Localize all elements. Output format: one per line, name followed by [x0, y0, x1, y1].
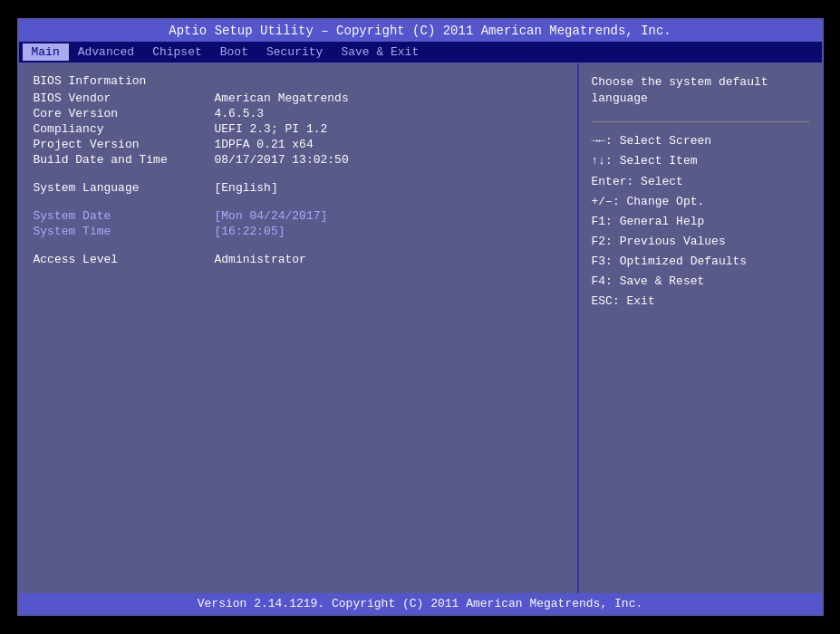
- gap-3: [34, 240, 563, 253]
- system-time-label: System Time: [34, 225, 215, 238]
- nav-hint-6: F3: Optimized Defaults: [592, 252, 809, 272]
- build-date-label: Build Date and Time: [34, 153, 215, 167]
- nav-hint-7: F4: Save & Reset: [592, 272, 809, 292]
- compliancy-value: UEFI 2.3; PI 1.2: [215, 122, 328, 136]
- menu-item-boot[interactable]: Boot: [211, 43, 257, 61]
- footer-text: Version 2.14.1219. Copyright (C) 2011 Am…: [198, 597, 642, 610]
- main-area: BIOS Information BIOS Vendor American Me…: [19, 63, 822, 593]
- core-version-row: Core Version 4.6.5.3: [34, 107, 563, 120]
- title-text: Aptio Setup Utility – Copyright (C) 2011…: [169, 24, 671, 38]
- compliancy-label: Compliancy: [34, 122, 215, 136]
- nav-hint-3: +/–: Change Opt.: [592, 192, 809, 212]
- nav-hint-8: ESC: Exit: [592, 292, 809, 312]
- menu-item-security[interactable]: Security: [257, 43, 332, 61]
- project-version-row: Project Version 1DPFA 0.21 x64: [34, 138, 563, 151]
- build-date-row: Build Date and Time 08/17/2017 13:02:50: [34, 153, 563, 167]
- footer: Version 2.14.1219. Copyright (C) 2011 Am…: [19, 593, 822, 614]
- project-version-label: Project Version: [34, 138, 215, 151]
- system-time-value: [16:22:05]: [215, 225, 285, 238]
- system-date-value: [Mon 04/24/2017]: [215, 209, 328, 223]
- right-panel: Choose the system default language →←: S…: [577, 63, 822, 593]
- bios-vendor-label: BIOS Vendor: [34, 91, 215, 105]
- project-version-value: 1DPFA 0.21 x64: [215, 138, 314, 151]
- menu-item-save-and-exit[interactable]: Save & Exit: [332, 43, 428, 61]
- access-level-value: Administrator: [215, 253, 306, 266]
- bios-vendor-value: American Megatrends: [215, 91, 349, 105]
- menu-item-main[interactable]: Main: [23, 43, 69, 61]
- system-date-label: System Date: [34, 209, 215, 223]
- core-version-label: Core Version: [34, 107, 215, 120]
- title-bar: Aptio Setup Utility – Copyright (C) 2011…: [19, 20, 822, 42]
- menu-item-advanced[interactable]: Advanced: [69, 43, 143, 61]
- compliancy-row: Compliancy UEFI 2.3; PI 1.2: [34, 122, 563, 136]
- build-date-value: 08/17/2017 13:02:50: [215, 153, 349, 167]
- menu-item-chipset[interactable]: Chipset: [143, 43, 211, 61]
- system-time-row[interactable]: System Time [16:22:05]: [34, 225, 563, 238]
- gap-1: [34, 168, 563, 181]
- divider: [592, 121, 809, 122]
- gap-2: [34, 197, 563, 209]
- nav-hint-1: ↑↓: Select Item: [592, 151, 809, 171]
- nav-hint-5: F2: Previous Values: [592, 232, 809, 252]
- nav-hint-0: →←: Select Screen: [592, 131, 809, 151]
- help-text: Choose the system default language: [592, 74, 809, 107]
- system-language-row: System Language [English]: [34, 181, 563, 195]
- nav-hint-4: F1: General Help: [592, 212, 809, 232]
- system-language-value: [English]: [215, 181, 278, 195]
- access-level-label: Access Level: [34, 253, 215, 266]
- bios-vendor-row: BIOS Vendor American Megatrends: [34, 91, 563, 105]
- left-panel: BIOS Information BIOS Vendor American Me…: [19, 63, 577, 593]
- menu-bar: MainAdvancedChipsetBootSecuritySave & Ex…: [19, 42, 822, 63]
- system-date-row[interactable]: System Date [Mon 04/24/2017]: [34, 209, 563, 223]
- nav-hint-2: Enter: Select: [592, 172, 809, 192]
- nav-hints: →←: Select Screen↑↓: Select ItemEnter: S…: [592, 131, 809, 312]
- access-level-row: Access Level Administrator: [34, 253, 563, 266]
- system-language-label: System Language: [34, 181, 215, 195]
- bios-container: Aptio Setup Utility – Copyright (C) 2011…: [17, 18, 824, 616]
- bios-section-title: BIOS Information: [34, 74, 563, 88]
- core-version-value: 4.6.5.3: [215, 107, 265, 120]
